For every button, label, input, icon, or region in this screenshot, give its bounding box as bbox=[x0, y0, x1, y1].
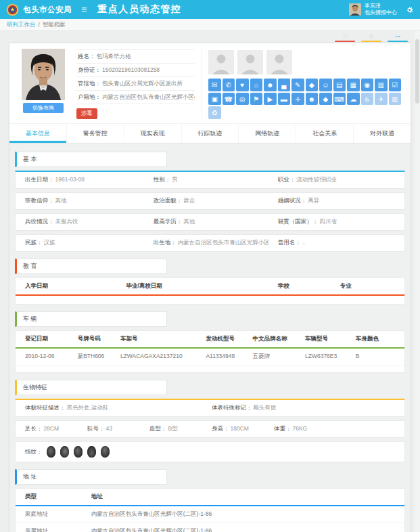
wheel-icon[interactable]: ✛ bbox=[291, 93, 304, 106]
menu-icon[interactable]: ≡ bbox=[81, 5, 87, 14]
camera-icon[interactable]: ▣ bbox=[208, 93, 221, 106]
phone-icon[interactable]: ✆ bbox=[223, 79, 235, 91]
fingerprint-row: 指纹： bbox=[15, 441, 405, 462]
user-name: 李东泽 bbox=[365, 3, 397, 9]
education-col-header: 学校 bbox=[269, 282, 331, 290]
vehicle-col-header: 车架号 bbox=[111, 335, 197, 343]
education-table: 入学日期 毕业/离校日期 学校 专业 bbox=[15, 278, 405, 305]
section-label-vehicle: 车 辆 bbox=[15, 311, 167, 327]
address-col-header: 类型 bbox=[16, 493, 82, 501]
taxi-icon[interactable]: ◆ bbox=[319, 93, 332, 106]
trash-icon[interactable]: ♻ bbox=[208, 106, 221, 119]
fingerprint-thumbnail[interactable] bbox=[87, 446, 96, 458]
bureau-name: 包头市公安局 bbox=[23, 5, 72, 15]
home-icon[interactable]: ⌂ bbox=[250, 79, 263, 91]
page-tools bbox=[0, 31, 420, 43]
flight-icon[interactable]: ✈ bbox=[375, 93, 388, 106]
education-col-header: 毕业/离校日期 bbox=[117, 282, 269, 290]
wifi-icon[interactable]: ◉ bbox=[361, 79, 374, 91]
task-check-icon[interactable]: ☑ bbox=[389, 79, 402, 91]
bed-icon[interactable]: ▬ bbox=[278, 93, 291, 106]
expand-icon[interactable] bbox=[335, 34, 355, 42]
officer-icon[interactable]: ☻ bbox=[306, 93, 319, 106]
tab-network-track[interactable]: 网络轨迹 bbox=[238, 124, 296, 143]
related-person-avatar bbox=[237, 50, 263, 74]
address-row: 家庭地址 内蒙古自治区包头市青山区光辉小区(二区)-1-86 bbox=[16, 506, 404, 523]
train-icon[interactable]: ▥ bbox=[389, 93, 402, 106]
section-label-bio: 生物特征 bbox=[15, 380, 167, 395]
tab-real-performance[interactable]: 现实表现 bbox=[124, 124, 181, 143]
walk-icon[interactable]: ♿ bbox=[361, 93, 374, 106]
network-icon[interactable]: ◎ bbox=[236, 93, 249, 106]
tab-movement-track[interactable]: 行踪轨迹 bbox=[181, 124, 239, 143]
data-category-icon-grid: ✉ ✆ ♥ ⌂ ☻ ▄ ✎ ◆ ☺ ▤ ▦ ◉ ▥ ☑ ▣ ☎ ◎ ⚑ ▶ ▬ bbox=[208, 79, 403, 119]
phone-call-icon[interactable]: ☎ bbox=[223, 93, 235, 106]
user-avatar[interactable] bbox=[349, 3, 361, 16]
vehicle-col-header: 发动机型号 bbox=[196, 335, 243, 343]
fingerprint-thumbnail[interactable] bbox=[73, 446, 83, 458]
drug-risk-badge: 涉毒 bbox=[76, 108, 97, 119]
fingerprint-thumbnail[interactable] bbox=[60, 446, 69, 458]
vehicle-col-header: 登记日期 bbox=[16, 335, 68, 343]
favorite-icon[interactable]: ♥ bbox=[236, 79, 249, 91]
breadcrumb-separator: / bbox=[39, 22, 40, 28]
photo-icon[interactable]: ▦ bbox=[347, 79, 360, 91]
vertical-scrollbar[interactable] bbox=[415, 31, 420, 532]
basic-row: 民族：汉族 出生地：内蒙古自治区包头市青山区光辉小区(二区)-1-86 曾用名：… bbox=[15, 234, 405, 252]
person-icon[interactable]: ☺ bbox=[319, 79, 332, 91]
vehicle-col-header: 车身颜色 bbox=[346, 335, 404, 343]
address-col-header: 地址 bbox=[82, 493, 404, 501]
household-field: 户籍地：内蒙古自治区包头市青山区光辉小区(二区)-1-86 bbox=[76, 91, 195, 104]
tab-police-control[interactable]: 警务管控 bbox=[66, 124, 124, 143]
basic-row: 宗教信仰：其他 政治面貌：群众 婚姻状况：离异 bbox=[15, 192, 405, 210]
section-label-basic: 基 本 bbox=[15, 152, 167, 167]
vehicle-icon[interactable]: ◆ bbox=[306, 79, 319, 91]
cloud-icon[interactable]: ☁ bbox=[347, 93, 360, 106]
breadcrumb-smart-archive: 智能档案 bbox=[43, 21, 66, 29]
building-icon[interactable]: ▥ bbox=[375, 79, 388, 91]
person-archive-card: 切换布局 姓名：包玛希毕力格 身份证：150202196103081258 管辖… bbox=[9, 43, 411, 532]
id-number-field: 身份证：150202196103081258 bbox=[76, 64, 195, 77]
address-table: 类型 地址 家庭地址 内蒙古自治区包头市青山区光辉小区(二区)-1-86 房屋地… bbox=[15, 488, 405, 532]
basic-info-content: 基 本 出生日期：1961-03-08 性别：男 职业：流动性较强职业 宗教信仰… bbox=[9, 143, 411, 532]
vehicle-row: 2010-12-06 蒙BTH606 LZWACAGAXA2137210 A11… bbox=[16, 349, 404, 365]
refresh-icon[interactable] bbox=[361, 34, 381, 42]
basic-row: 兵役情况：未服兵役 最高学历：其他 籍贯（国家）：四川省 bbox=[15, 213, 405, 231]
scrollbar-thumb[interactable] bbox=[415, 39, 419, 104]
name-field: 姓名：包玛希毕力格 bbox=[76, 49, 195, 64]
collapse-icon[interactable] bbox=[388, 34, 408, 42]
police-car-icon[interactable]: ⚑ bbox=[250, 93, 263, 106]
bio-row: 足长：28CM 鞋号：43 血型：B型 身高：180CM 体重：76KG bbox=[15, 420, 405, 438]
education-icon[interactable]: ✎ bbox=[291, 79, 304, 91]
truck-icon[interactable]: ▶ bbox=[264, 93, 277, 106]
education-col-header: 专业 bbox=[331, 282, 404, 290]
group-icon[interactable]: ☻ bbox=[264, 79, 277, 91]
section-label-address: 地 址 bbox=[15, 469, 167, 485]
related-person-avatar bbox=[266, 50, 292, 74]
fingerprint-thumbnail[interactable] bbox=[47, 446, 55, 458]
settings-gear-icon[interactable] bbox=[405, 5, 414, 14]
vehicle-table: 登记日期 号牌号码 车架号 发动机型号 中文品牌名称 车辆型号 车身颜色 201… bbox=[15, 330, 405, 373]
fingerprint-label: 指纹： bbox=[25, 448, 43, 456]
address-row: 房屋地址 内蒙古自治区包头市青山区光辉小区(二区)-1-86 bbox=[16, 523, 404, 532]
breadcrumb: 研判工作台 / 智能档案 bbox=[0, 19, 420, 31]
tab-basic-info[interactable]: 基本信息 bbox=[9, 124, 66, 143]
fingerprint-thumbnail[interactable] bbox=[100, 446, 110, 458]
switch-layout-button[interactable]: 切换布局 bbox=[23, 103, 64, 113]
profile-header: 切换布局 姓名：包玛希毕力格 身份证：150202196103081258 管辖… bbox=[9, 43, 411, 123]
hotel-icon[interactable]: ▄ bbox=[278, 79, 291, 91]
tab-social-relations[interactable]: 社会关系 bbox=[296, 124, 353, 143]
vehicle-col-header: 车辆型号 bbox=[296, 335, 346, 343]
id-card-icon[interactable]: ⌨ bbox=[333, 93, 346, 106]
identity-fields: 姓名：包玛希毕力格 身份证：150202196103081258 管辖地：包头青… bbox=[76, 49, 195, 119]
document-icon[interactable]: ▤ bbox=[333, 79, 346, 91]
bio-row: 体貌特征描述：黑色外套,运动鞋 体表特殊标记：额头有痣 bbox=[15, 399, 405, 417]
basic-row: 出生日期：1961-03-08 性别：男 职业：流动性较强职业 bbox=[15, 171, 405, 189]
chat-icon[interactable]: ✉ bbox=[208, 79, 221, 91]
user-org: 包头情报中心 bbox=[365, 9, 397, 16]
jurisdiction-field: 管辖地：包头青山区分局光辉小区派出所 bbox=[76, 77, 195, 91]
user-info[interactable]: 李东泽 包头情报中心 bbox=[365, 3, 397, 17]
tab-external-communication[interactable]: 对外联通 bbox=[353, 124, 411, 143]
archive-tabs: 基本信息 警务管控 现实表现 行踪轨迹 网络轨迹 社会关系 对外联通 bbox=[9, 123, 411, 143]
breadcrumb-workbench[interactable]: 研判工作台 bbox=[7, 21, 36, 29]
